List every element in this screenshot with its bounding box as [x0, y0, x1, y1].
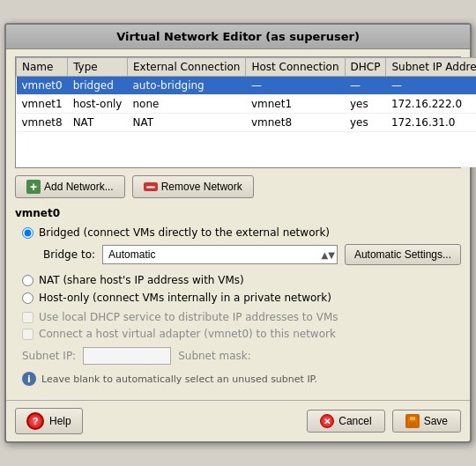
host-only-label: Host-only (connect VMs internally in a p…	[39, 292, 331, 304]
col-name: Name	[17, 58, 68, 77]
bridged-radio[interactable]	[22, 227, 33, 239]
info-row: i Leave blank to automatically select an…	[15, 372, 461, 386]
cell-name: vmnet0	[17, 77, 68, 95]
help-label: Help	[49, 415, 71, 427]
table-row[interactable]: vmnet1 host-only none vmnet1 yes 172.16.…	[17, 95, 477, 114]
adapter-checkbox	[22, 329, 33, 340]
info-text: Leave blank to automatically select an u…	[41, 374, 317, 385]
remove-network-button[interactable]: Remove Network	[132, 175, 254, 198]
nat-label: NAT (share host's IP address with VMs)	[39, 274, 244, 286]
network-actions: + Add Network... Remove Network	[15, 175, 461, 198]
nat-radio[interactable]	[22, 275, 33, 286]
checkbox-group: Use local DHCP service to distribute IP …	[15, 311, 461, 340]
save-icon	[405, 414, 420, 428]
bridge-select-container: Automatic ▲▼	[102, 245, 338, 264]
bottom-bar: ? Help ✕ Cancel Save	[6, 400, 470, 441]
automatic-settings-button[interactable]: Automatic Settings...	[345, 244, 461, 265]
subnet-mask-label: Subnet mask:	[178, 350, 251, 362]
dialog-title: Virtual Network Editor (as superuser)	[116, 30, 360, 43]
subnet-ip-label: Subnet IP:	[22, 350, 76, 362]
cell-host: vmnet1	[246, 95, 345, 114]
col-subnet: Subnet IP Address	[386, 58, 476, 77]
cell-subnet: 172.16.31.0	[386, 114, 476, 132]
network-table-container: Name Type External Connection Host Conne…	[15, 56, 461, 168]
dialog: Virtual Network Editor (as superuser) Na…	[4, 23, 472, 443]
cell-type: NAT	[68, 114, 128, 132]
dhcp-checkbox-label: Use local DHCP service to distribute IP …	[39, 311, 338, 323]
network-section-title: vmnet0	[15, 207, 461, 219]
table-row[interactable]: vmnet0 bridged auto-bridging — — —	[17, 77, 477, 95]
subnet-ip-input	[83, 347, 171, 365]
col-external: External Connection	[127, 58, 246, 77]
add-network-label: Add Network...	[44, 181, 114, 193]
table-row[interactable]: vmnet8 NAT NAT vmnet8 yes 172.16.31.0	[17, 114, 477, 132]
col-dhcp: DHCP	[345, 58, 386, 77]
cell-dhcp: yes	[345, 114, 386, 132]
cell-name: vmnet8	[17, 114, 68, 132]
cancel-button[interactable]: ✕ Cancel	[307, 410, 384, 433]
cell-external: none	[127, 95, 246, 114]
host-only-radio[interactable]	[22, 292, 33, 304]
radio-group: Bridged (connect VMs directly to the ext…	[15, 226, 461, 304]
col-type: Type	[68, 58, 128, 77]
svg-rect-2	[410, 417, 415, 420]
bridged-label: Bridged (connect VMs directly to the ext…	[39, 226, 330, 239]
col-host: Host Connection	[246, 58, 345, 77]
bridge-to-label: Bridge to:	[43, 248, 95, 261]
title-bar: Virtual Network Editor (as superuser)	[6, 25, 470, 49]
cell-subnet: —	[386, 77, 476, 95]
cancel-icon: ✕	[320, 414, 334, 428]
cell-type: host-only	[68, 95, 128, 114]
bridge-to-row: Bridge to: Automatic ▲▼ Automatic Settin…	[22, 244, 461, 265]
cell-dhcp: —	[345, 77, 386, 95]
save-button[interactable]: Save	[392, 410, 461, 433]
add-network-button[interactable]: + Add Network...	[15, 175, 125, 198]
cell-external: auto-bridging	[127, 77, 246, 95]
adapter-checkbox-label: Connect a host virtual adapter (vmnet0) …	[39, 328, 336, 340]
cell-external: NAT	[127, 114, 246, 132]
subnet-row: Subnet IP: Subnet mask:	[15, 347, 461, 365]
dhcp-checkbox	[22, 312, 33, 323]
network-table: Name Type External Connection Host Conne…	[16, 57, 476, 167]
dhcp-checkbox-row: Use local DHCP service to distribute IP …	[22, 311, 461, 323]
cell-subnet: 172.16.222.0	[386, 95, 476, 114]
help-button[interactable]: ? Help	[15, 408, 83, 434]
table-row-empty	[17, 132, 477, 167]
save-label: Save	[424, 415, 448, 427]
cell-host: —	[246, 77, 345, 95]
adapter-checkbox-row: Connect a host virtual adapter (vmnet0) …	[22, 328, 461, 340]
cell-name: vmnet1	[17, 95, 68, 114]
help-icon: ?	[26, 412, 44, 430]
info-icon: i	[22, 372, 36, 386]
cell-dhcp: yes	[345, 95, 386, 114]
bridge-to-select[interactable]: Automatic	[102, 245, 338, 264]
svg-rect-0	[146, 186, 155, 188]
svg-rect-3	[409, 422, 416, 425]
nat-radio-row[interactable]: NAT (share host's IP address with VMs)	[22, 274, 461, 286]
remove-network-label: Remove Network	[161, 181, 242, 193]
automatic-settings-label: Automatic Settings...	[354, 248, 451, 261]
add-icon: +	[26, 180, 41, 194]
cell-type: bridged	[68, 77, 128, 95]
remove-icon	[144, 182, 158, 191]
cell-host: vmnet8	[246, 114, 345, 132]
host-only-radio-row[interactable]: Host-only (connect VMs internally in a p…	[22, 292, 461, 304]
bridged-radio-row[interactable]: Bridged (connect VMs directly to the ext…	[22, 226, 461, 239]
action-buttons: ✕ Cancel Save	[307, 410, 461, 433]
cancel-label: Cancel	[338, 415, 371, 427]
